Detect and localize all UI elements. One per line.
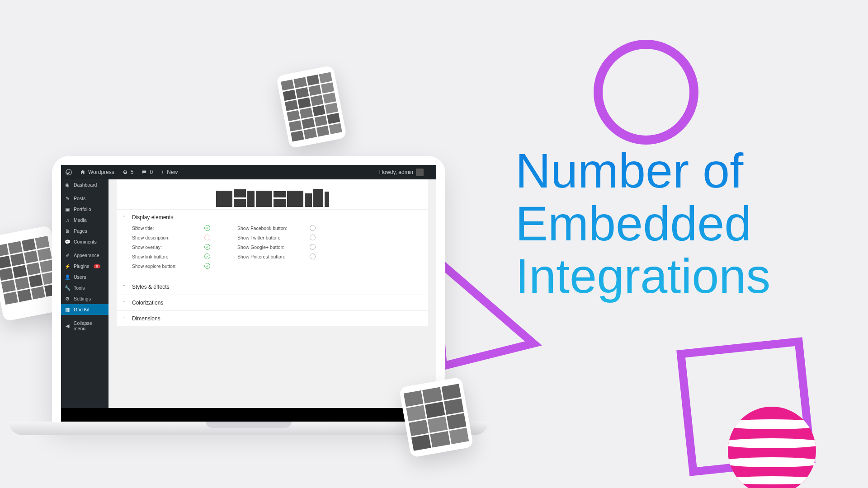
option-label: Show link button:: [132, 254, 204, 259]
option-label: Show Google+ button:: [237, 244, 310, 250]
comments-count: 0: [150, 169, 153, 175]
chevron-down-icon: ˅: [123, 300, 127, 305]
section-header-colorizations[interactable]: ˅ Colorizations: [123, 300, 422, 306]
checkbox-show-explore[interactable]: ✓: [204, 263, 210, 269]
option-show-facebook: Show Facebook button:: [237, 225, 316, 231]
portfolio-icon: ▣: [65, 206, 70, 212]
howdy-user[interactable]: Howdy, admin: [379, 169, 424, 176]
chevron-down-icon: ˅: [123, 285, 127, 289]
sidebar-item-users[interactable]: 👤 Users: [61, 272, 108, 282]
chevron-up-icon: ˄: [123, 215, 127, 220]
pin-icon: ✎: [65, 196, 70, 201]
sidebar-item-media[interactable]: ♫ Media: [61, 215, 108, 225]
plugins-badge: 9: [94, 264, 100, 268]
sidebar-item-label: Portfolio: [74, 206, 91, 212]
section-title: Dimensions: [132, 315, 160, 322]
howdy-label: Howdy, admin: [379, 169, 413, 175]
media-icon: ♫: [65, 217, 70, 223]
option-show-overlay: Show overlay: ✓: [132, 244, 210, 250]
sidebar-item-appearance[interactable]: ✐ Appearance: [61, 250, 108, 261]
section-header-dimensions[interactable]: ˅ Dimensions: [123, 315, 422, 322]
wp-logo-icon[interactable]: [66, 169, 72, 175]
sidebar-item-label: Plugins: [74, 263, 89, 269]
checkbox-show-title[interactable]: ✓: [204, 225, 210, 231]
checkbox-show-link[interactable]: ✓: [204, 253, 210, 259]
section-header-display[interactable]: ˄ Display elements: [123, 214, 422, 221]
sidebar-item-label: Pages: [74, 228, 87, 234]
wp-admin-bar: Wordpress 5 0 + New Howdy, admin: [61, 165, 436, 179]
sidebar-item-comments[interactable]: 💬 Comments: [61, 236, 108, 247]
laptop-mockup: Wordpress 5 0 + New Howdy, admin: [52, 156, 445, 425]
option-label: Show description:: [132, 235, 204, 240]
section-colorizations: ˅ Colorizations: [117, 295, 428, 310]
option-label: Show Twitter button:: [237, 235, 310, 240]
site-name[interactable]: Wordpress: [80, 169, 114, 175]
comments-icon: 💬: [65, 239, 70, 244]
sidebar-item-label: Posts: [74, 196, 85, 201]
sidebar-item-label: Tools: [74, 285, 85, 291]
updates-count: 5: [131, 169, 134, 175]
sidebar-item-plugins[interactable]: ⚡ Plugins 9: [61, 261, 108, 272]
grid-icon: ▦: [65, 307, 70, 312]
checkbox-show-description[interactable]: [204, 235, 210, 240]
option-show-link-button: Show link button: ✓: [132, 253, 210, 259]
sidebar-item-gridkit[interactable]: ▦ Grid Kit: [61, 304, 108, 315]
new-button[interactable]: + New: [161, 169, 178, 175]
plug-icon: ⚡: [65, 263, 70, 269]
option-label: Show explore button:: [132, 263, 204, 269]
comments-icon[interactable]: 0: [142, 169, 153, 175]
option-label: Show Pinterest button:: [237, 254, 310, 259]
new-label: New: [167, 169, 178, 175]
settings-icon: ⚙: [65, 296, 70, 301]
laptop-notch: [206, 422, 292, 428]
hero-title: Number of Embedded Integrations: [515, 145, 770, 303]
option-label: Show title:: [132, 225, 204, 231]
tools-icon: 🔧: [65, 285, 70, 291]
section-display-elements: ˄ Display elements Show title: ✓ ⬡: [117, 209, 428, 279]
section-header-styles[interactable]: ˅ Styles & effects: [123, 284, 422, 290]
sidebar-item-label: Collapse menu: [74, 320, 105, 331]
sidebar-item-label: Comments: [74, 239, 97, 244]
sidebar-item-dashboard[interactable]: ◉ Dashboard: [61, 179, 108, 190]
section-dimensions: ˅ Dimensions: [117, 310, 428, 326]
sidebar-item-tools[interactable]: 🔧 Tools: [61, 282, 108, 293]
option-show-title: Show title: ✓ ⬡: [132, 225, 210, 231]
chevron-down-icon: ˅: [123, 316, 127, 321]
section-title: Colorizations: [132, 300, 163, 306]
checkbox-show-overlay[interactable]: ✓: [204, 244, 210, 250]
option-show-pinterest: Show Pinterest button:: [237, 253, 316, 259]
sidebar-item-settings[interactable]: ⚙ Settings: [61, 293, 108, 304]
sidebar-item-portfolio[interactable]: ▣ Portfolio: [61, 204, 108, 215]
sidebar-item-label: Settings: [74, 296, 91, 301]
users-icon: 👤: [65, 274, 70, 280]
checkbox-show-twitter[interactable]: [310, 235, 316, 240]
checkbox-show-googleplus[interactable]: [310, 244, 316, 250]
option-show-googleplus: Show Google+ button:: [237, 244, 316, 250]
sidebar-item-label: Grid Kit: [74, 307, 90, 312]
section-title: Display elements: [132, 214, 173, 221]
phone-mockup-top: [276, 65, 347, 148]
sidebar-item-label: Users: [74, 274, 86, 280]
updates-icon[interactable]: 5: [123, 169, 134, 175]
section-title: Styles & effects: [132, 284, 169, 290]
decor-sphere: [728, 407, 816, 488]
decor-circle: [594, 40, 698, 145]
brush-icon: ✐: [65, 253, 70, 258]
sidebar-item-posts[interactable]: ✎ Posts: [61, 193, 108, 204]
pages-icon: 🗎: [65, 228, 70, 234]
checkbox-show-pinterest[interactable]: [310, 253, 316, 259]
wp-sidebar: ◉ Dashboard ✎ Posts ▣ Portfolio ♫ Media: [61, 179, 108, 408]
sidebar-item-label: Dashboard: [74, 182, 97, 188]
dashboard-icon: ◉: [65, 182, 70, 188]
collapse-icon: ◀: [65, 323, 70, 328]
avatar: [416, 169, 424, 176]
sidebar-item-label: Media: [74, 217, 87, 223]
option-show-explore-button: Show explore button: ✓: [132, 263, 210, 269]
sidebar-item-pages[interactable]: 🗎 Pages: [61, 225, 108, 236]
sidebar-item-collapse[interactable]: ◀ Collapse menu: [61, 318, 108, 334]
checkbox-show-facebook[interactable]: [310, 225, 316, 231]
phone-mockup-bottom: [399, 377, 473, 458]
option-show-twitter: Show Twitter button:: [237, 235, 316, 240]
option-show-description: Show description:: [132, 235, 210, 240]
grid-layout-preview: [117, 179, 428, 209]
